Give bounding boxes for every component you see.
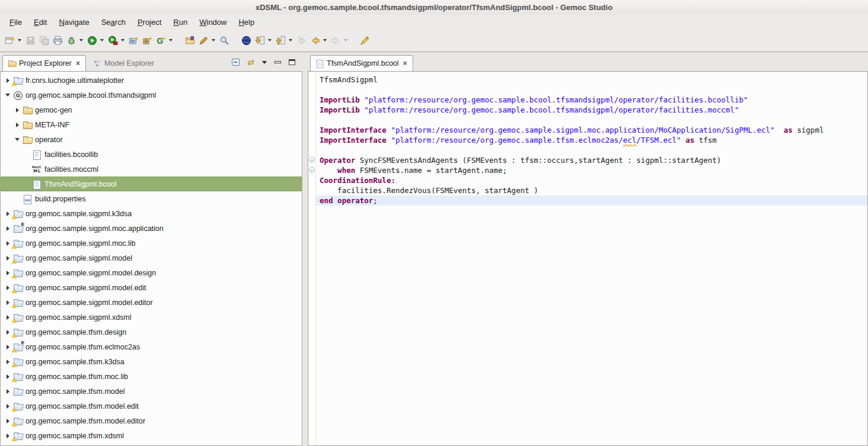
- debug-button[interactable]: [65, 34, 78, 47]
- tree-item[interactable]: org.gemoc.sample.sigpml.model.edit: [1, 280, 302, 295]
- expand-arrow-icon[interactable]: [4, 92, 11, 99]
- tree-item[interactable]: Eorg.gemoc.sample.sigpml.moc.application: [1, 221, 302, 236]
- expand-arrow-icon[interactable]: [14, 121, 21, 129]
- expand-arrow-icon[interactable]: [4, 269, 11, 277]
- tree-item[interactable]: org.gemoc.sample.tfsm.model: [1, 384, 302, 399]
- link-with-editor-button[interactable]: ⇄: [247, 58, 254, 66]
- minimize-button[interactable]: [275, 61, 281, 63]
- tab-close-icon[interactable]: ×: [403, 60, 407, 67]
- window-titlebar[interactable]: xDSML - org.gemoc.sample.bcool.tfsmandsi…: [0, 0, 868, 15]
- code-editor[interactable]: TfsmAndSigpmlImportLib "platform:/resour…: [308, 71, 868, 446]
- expand-arrow-icon[interactable]: [4, 284, 11, 291]
- new-grid-wizard-button[interactable]: [141, 34, 154, 47]
- previous-annotation-dropdown-arrow[interactable]: [289, 39, 292, 41]
- code-line[interactable]: when FSMEvents.name = startAgent.name;: [316, 165, 867, 175]
- expand-arrow-icon[interactable]: [4, 299, 11, 306]
- run-button[interactable]: [86, 34, 98, 47]
- code-line[interactable]: [316, 145, 867, 155]
- expand-arrow-icon[interactable]: [4, 77, 11, 84]
- back-button[interactable]: [309, 34, 321, 47]
- tree-item[interactable]: org.gemoc.sample.tfsm.model.edit: [1, 399, 302, 413]
- tree-item[interactable]: org.gemoc.sample.tfsm.model.editor: [1, 413, 302, 428]
- expand-arrow-icon[interactable]: [14, 107, 21, 114]
- editor-tab-tfsmandsigpml-bcool[interactable]: TfsmAndSigpml.bcool×: [310, 55, 413, 71]
- expand-arrow-icon[interactable]: [4, 432, 11, 439]
- new-gemoc-dropdown-arrow[interactable]: [169, 39, 173, 41]
- code-line[interactable]: [316, 85, 867, 95]
- code-line[interactable]: CoordinationRule:: [316, 175, 867, 185]
- tree-item[interactable]: org.gemoc.sample.bcool.tfsmandsigpml: [1, 88, 302, 102]
- tree-item[interactable]: META-INF: [1, 117, 302, 132]
- tree-item[interactable]: org.gemoc.sample.tfsm.design: [1, 325, 302, 339]
- code-line[interactable]: ImportInterface "platform:/resource/org.…: [316, 125, 867, 135]
- annotate-dropdown-arrow[interactable]: [212, 39, 215, 41]
- run-external-tools-button[interactable]: [107, 34, 119, 47]
- tree-item[interactable]: org.gemoc.sample.sigpml.model.design: [1, 265, 302, 280]
- expand-arrow-icon[interactable]: [4, 344, 11, 351]
- new-graph-wizard-button[interactable]: Gr: [127, 34, 140, 47]
- tree-item[interactable]: org.gemoc.sample.sigpml.xdsml: [1, 310, 302, 325]
- tree-item[interactable]: gemoc-gen: [1, 102, 302, 117]
- menu-search[interactable]: Search: [95, 16, 132, 28]
- expand-arrow-icon[interactable]: [4, 314, 11, 321]
- explorer-tab-model-explorer[interactable]: Model Explorer: [88, 55, 159, 71]
- highlighter-button[interactable]: [359, 34, 371, 47]
- open-folder-button[interactable]: [184, 34, 196, 47]
- code-line[interactable]: ImportLib "platform:/resource/org.gemoc.…: [316, 105, 867, 115]
- code-line[interactable]: ImportLib "platform:/resource/org.gemoc.…: [316, 95, 867, 105]
- debug-dropdown-arrow[interactable]: [79, 39, 83, 41]
- run-external-tools-dropdown-arrow[interactable]: [121, 39, 125, 41]
- expand-arrow-icon[interactable]: [4, 403, 11, 410]
- fold-collapse-icon[interactable]: [309, 157, 315, 163]
- annotate-button[interactable]: [197, 34, 210, 47]
- panel-sash[interactable]: [302, 55, 308, 446]
- expand-arrow-icon[interactable]: [4, 240, 11, 247]
- tree-item[interactable]: org.gemoc.sample.sigpml.model: [1, 251, 302, 265]
- menu-file[interactable]: File: [4, 16, 28, 28]
- tree-item[interactable]: org.gemoc.sample.sigpml.model.editor: [1, 295, 302, 310]
- new-wizard-dropdown-arrow[interactable]: [18, 39, 21, 41]
- next-annotation-button[interactable]: [254, 34, 266, 47]
- collapse-all-button[interactable]: [232, 59, 240, 66]
- code-line[interactable]: TfsmAndSigpml: [316, 75, 867, 85]
- expand-arrow-icon[interactable]: [4, 225, 11, 232]
- code-line[interactable]: facilities.RendezVous(FSMEvents, startAg…: [316, 185, 867, 195]
- tab-close-icon[interactable]: ×: [76, 60, 80, 67]
- code-line-current[interactable]: end operator;: [316, 195, 867, 206]
- menu-help[interactable]: Help: [232, 16, 260, 28]
- expand-arrow-icon[interactable]: [4, 210, 11, 217]
- expand-arrow-icon[interactable]: [4, 255, 11, 262]
- tree-item[interactable]: fr.cnrs.luchogie.ultimateplotter: [1, 73, 302, 88]
- expand-arrow-icon[interactable]: [4, 358, 11, 365]
- tree-item[interactable]: facilities.moccml: [1, 162, 302, 177]
- tree-item[interactable]: TfsmAndSigpml.bcool: [1, 177, 302, 191]
- tree-item[interactable]: org.gemoc.sample.sigpml.moc.lib: [1, 236, 302, 251]
- menu-project[interactable]: Project: [132, 16, 167, 28]
- previous-annotation-button[interactable]: [275, 34, 287, 47]
- menu-window[interactable]: Window: [193, 16, 232, 28]
- tree-item[interactable]: org.gemoc.sample.tfsm.moc.lib: [1, 369, 302, 384]
- menu-run[interactable]: Run: [167, 16, 193, 28]
- expand-arrow-icon[interactable]: [14, 136, 21, 143]
- tree-item[interactable]: org.gemoc.sample.tfsm.k3dsa: [1, 354, 302, 369]
- run-dropdown-arrow[interactable]: [100, 39, 104, 41]
- back-dropdown-arrow[interactable]: [323, 39, 327, 41]
- expand-arrow-icon[interactable]: [4, 418, 11, 425]
- expand-arrow-icon[interactable]: [4, 373, 11, 380]
- next-annotation-dropdown-arrow[interactable]: [268, 39, 272, 41]
- new-wizard-button[interactable]: [4, 34, 16, 47]
- explorer-tab-project-explorer[interactable]: Project Explorer×: [2, 55, 86, 71]
- menu-edit[interactable]: Edit: [28, 16, 53, 28]
- tree-item[interactable]: build.properties: [1, 191, 302, 206]
- tree-item[interactable]: Eorg.gemoc.sample.tfsm.eclmoc2as: [1, 339, 302, 354]
- tree-item[interactable]: org.gemoc.sample.tfsm.xdsml: [1, 428, 302, 443]
- print-button[interactable]: [52, 34, 64, 47]
- fold-collapse-icon[interactable]: [309, 167, 315, 173]
- code-line[interactable]: [316, 115, 867, 125]
- code-line[interactable]: Operator SyncFSMEventsAndAgents (FSMEven…: [316, 155, 867, 165]
- expand-arrow-icon[interactable]: [4, 329, 11, 336]
- tree-item[interactable]: facilities.bcoollib: [1, 147, 302, 162]
- tree-item[interactable]: operator: [1, 132, 302, 147]
- search-button[interactable]: [218, 34, 231, 47]
- tree-item[interactable]: org.gemoc.sample.sigpml.k3dsa: [1, 206, 302, 221]
